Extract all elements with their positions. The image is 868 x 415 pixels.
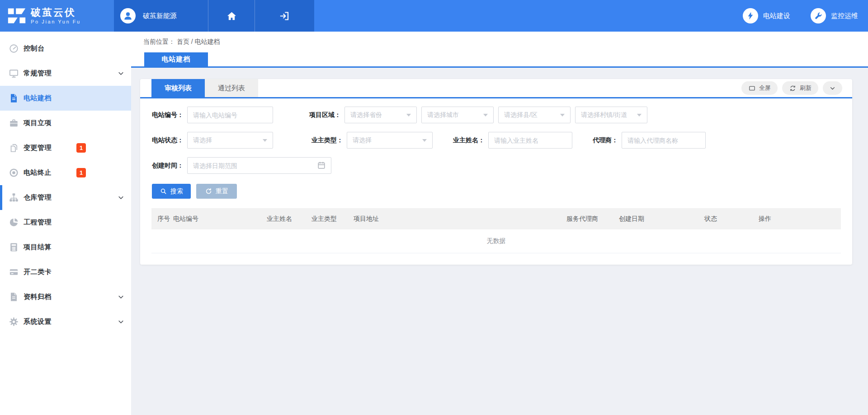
sidebar-item-station-termination[interactable]: 电站终止 1 bbox=[0, 160, 131, 185]
col-owner-type: 业主类型 bbox=[311, 215, 354, 223]
sidebar-item-label: 电站终止 bbox=[24, 168, 52, 177]
lightning-icon bbox=[743, 8, 758, 23]
filter-actions: 搜索 重置 bbox=[152, 184, 852, 199]
notification-badge: 1 bbox=[76, 168, 86, 177]
home-button[interactable] bbox=[208, 0, 255, 32]
reset-icon bbox=[205, 187, 212, 195]
nav-label: 电站建设 bbox=[763, 12, 790, 20]
person-icon bbox=[123, 10, 133, 21]
pie-chart-icon bbox=[8, 217, 19, 228]
panel-tab-bar: 审核列表 通过列表 全屏 刷新 bbox=[140, 79, 852, 98]
chevron-down-icon bbox=[829, 84, 836, 92]
breadcrumb: 当前位置： 首页 / 电站建档 bbox=[131, 32, 868, 46]
archive-icon bbox=[8, 291, 19, 303]
fullscreen-button[interactable]: 全屏 bbox=[741, 81, 778, 95]
calculator-icon bbox=[8, 242, 19, 253]
company-name: 破茧新能源 bbox=[143, 12, 177, 20]
station-status-label: 电站状态： bbox=[152, 136, 184, 145]
wrench-icon bbox=[811, 8, 826, 23]
home-icon bbox=[226, 10, 237, 22]
owner-name-label: 业主姓名： bbox=[453, 136, 485, 145]
sidebar-item-console[interactable]: 控制台 bbox=[0, 36, 131, 61]
town-select[interactable]: 请选择村镇/街道 bbox=[575, 107, 647, 123]
chevron-down-icon bbox=[117, 70, 125, 77]
province-select[interactable]: 请选择省份 bbox=[344, 107, 417, 123]
region-label: 项目区域： bbox=[309, 111, 341, 119]
card-icon bbox=[8, 266, 19, 278]
select-caret-icon bbox=[406, 114, 411, 117]
app-header: 破茧云伏 Po Jian Yun Fu 破茧新能源 bbox=[0, 0, 868, 32]
sidebar-item-label: 电站建档 bbox=[24, 94, 52, 103]
sidebar-item-engineering-mgmt[interactable]: 工程管理 bbox=[0, 210, 131, 235]
table-header-row: 序号 电站编号 业主姓名 业主类型 项目地址 服务代理商 创建日期 状态 操作 bbox=[151, 208, 841, 229]
col-actions: 操作 bbox=[759, 215, 841, 223]
logout-button[interactable] bbox=[255, 0, 314, 32]
empty-placeholder: 无数据 bbox=[151, 229, 841, 253]
owner-type-select[interactable]: 请选择 bbox=[347, 132, 433, 149]
chevron-down-icon bbox=[117, 318, 125, 326]
sidebar-item-label: 项目立项 bbox=[24, 119, 52, 127]
sidebar-item-general-mgmt[interactable]: 常规管理 bbox=[0, 61, 131, 86]
owner-name-input[interactable] bbox=[488, 132, 572, 149]
filter-row-2: 电站状态： 请选择 业主类型： 请选择 业主姓名： 代理商： bbox=[152, 132, 852, 149]
panel: 审核列表 通过列表 全屏 刷新 bbox=[140, 79, 852, 265]
station-no-input[interactable] bbox=[187, 107, 273, 123]
tab-review-list[interactable]: 审核列表 bbox=[151, 79, 205, 97]
refresh-button[interactable]: 刷新 bbox=[782, 81, 818, 95]
breadcrumb-current: 电站建档 bbox=[195, 38, 220, 45]
col-index: 序号 bbox=[151, 215, 173, 223]
search-button[interactable]: 搜索 bbox=[152, 184, 191, 199]
county-select[interactable]: 请选择县/区 bbox=[498, 107, 571, 123]
station-status-select[interactable]: 请选择 bbox=[187, 132, 273, 149]
main-area: 当前位置： 首页 / 电站建档 电站建档 审核列表 通过列表 全屏 bbox=[131, 32, 868, 415]
sidebar-item-data-archive[interactable]: 资料归档 bbox=[0, 284, 131, 309]
select-caret-icon bbox=[637, 114, 642, 117]
tab-approved-list[interactable]: 通过列表 bbox=[205, 79, 258, 97]
search-icon bbox=[160, 187, 167, 195]
sidebar-item-project-initiation[interactable]: 项目立项 bbox=[0, 111, 131, 135]
header-middle: 破茧新能源 bbox=[114, 0, 314, 32]
select-caret-icon bbox=[422, 139, 427, 142]
page-tab-station-filing[interactable]: 电站建档 bbox=[144, 52, 208, 66]
filter-row-1: 电站编号： 项目区域： 请选择省份 请选择城市 请选择县/区 bbox=[152, 107, 852, 123]
sidebar-item-label: 资料归档 bbox=[24, 293, 52, 301]
logo-title: 破茧云伏 bbox=[31, 7, 81, 18]
collapse-button[interactable] bbox=[823, 81, 842, 95]
chevron-down-icon bbox=[117, 293, 125, 301]
sidebar-item-card-opening[interactable]: 开二类卡 bbox=[0, 260, 131, 284]
sidebar-item-label: 控制台 bbox=[24, 44, 45, 53]
col-project-address: 项目地址 bbox=[354, 215, 566, 223]
sidebar-item-system-settings[interactable]: 系统设置 bbox=[0, 309, 131, 334]
chevron-down-icon bbox=[117, 194, 125, 201]
date-range-picker[interactable] bbox=[187, 157, 331, 174]
sidebar-item-warehouse-mgmt[interactable]: 仓库管理 bbox=[0, 185, 131, 210]
sidebar-item-label: 工程管理 bbox=[24, 218, 52, 227]
agent-label: 代理商： bbox=[593, 136, 618, 145]
reset-button[interactable]: 重置 bbox=[196, 184, 237, 199]
notification-badge: 1 bbox=[76, 143, 86, 153]
col-status: 状态 bbox=[704, 215, 759, 223]
agent-input[interactable] bbox=[622, 132, 706, 149]
header-right-nav: 电站建设 监控运维 bbox=[314, 0, 868, 32]
date-range-input[interactable] bbox=[187, 157, 331, 174]
file-text-icon bbox=[8, 93, 19, 104]
sidebar-item-station-filing[interactable]: 电站建档 bbox=[0, 86, 131, 111]
sidebar-item-change-mgmt[interactable]: 变更管理 1 bbox=[0, 135, 131, 160]
breadcrumb-strip: 当前位置： 首页 / 电站建档 电站建档 bbox=[131, 32, 868, 68]
select-caret-icon bbox=[560, 114, 565, 117]
sidebar-item-label: 项目结算 bbox=[24, 243, 52, 252]
city-select[interactable]: 请选择城市 bbox=[421, 107, 494, 123]
stop-circle-icon bbox=[8, 167, 19, 178]
nav-label: 监控运维 bbox=[831, 12, 858, 20]
app-root: 破茧云伏 Po Jian Yun Fu 破茧新能源 bbox=[0, 0, 868, 415]
col-station-no: 电站编号 bbox=[173, 215, 267, 223]
logo-icon bbox=[7, 7, 26, 24]
user-menu[interactable]: 破茧新能源 bbox=[114, 0, 208, 32]
results-table: 序号 电站编号 业主姓名 业主类型 项目地址 服务代理商 创建日期 状态 操作 … bbox=[151, 208, 841, 253]
sidebar-item-project-settlement[interactable]: 项目结算 bbox=[0, 235, 131, 260]
nav-station-construction[interactable]: 电站建设 bbox=[743, 8, 790, 23]
nav-monitoring-ops[interactable]: 监控运维 bbox=[811, 8, 858, 23]
breadcrumb-home-link[interactable]: 首页 bbox=[177, 38, 189, 45]
logo-subtitle: Po Jian Yun Fu bbox=[31, 19, 81, 24]
sidebar-item-label: 开二类卡 bbox=[24, 268, 52, 276]
